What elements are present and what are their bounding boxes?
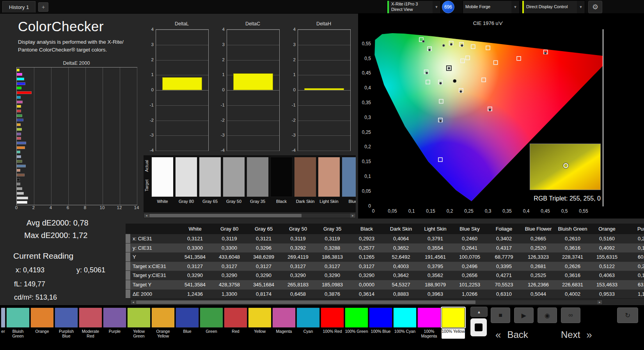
axis-tick-label: 2 <box>146 57 154 62</box>
loop-button[interactable]: ∞ <box>561 307 580 323</box>
axis-tick-label: 1 <box>217 72 225 77</box>
gear-icon: ⚙ <box>592 3 598 11</box>
patch-button[interactable]: Purple <box>103 307 126 339</box>
stop-button[interactable]: ■ <box>491 307 510 323</box>
axis-tick-label: 0,35 <box>358 100 371 105</box>
column-header: Bluish Green <box>555 224 590 234</box>
table-row[interactable]: x: CIE310,31210,31190,31210,31190,31190,… <box>126 234 644 243</box>
axis-tick-label: 0,25 <box>358 130 371 135</box>
rgb-triplet-readout: RGB Triplet: 255, 255, 0 <box>495 195 601 202</box>
table-cell: 126,2366 <box>521 280 555 290</box>
patch-swatch <box>79 307 102 328</box>
table-row[interactable]: Target y:CIE310,32900,32900,32900,32900,… <box>126 271 644 280</box>
table-cell: 0,6310 <box>487 290 521 299</box>
collapse-button[interactable]: ▲ <box>470 307 488 317</box>
patch-button[interactable]: Moderate Red <box>79 307 102 339</box>
scroll-right-icon[interactable]: ► <box>597 300 602 304</box>
deltae-bar <box>17 73 22 76</box>
table-cell: 0,3290 <box>178 271 212 280</box>
table-cell: 100,0705 <box>452 252 487 262</box>
table-cell: 1,1 <box>624 290 644 299</box>
deltac-chart: DeltaC 43210-1-2-3-4 <box>215 20 280 157</box>
patch-button[interactable]: 100% Magenta <box>417 307 441 339</box>
table-row[interactable]: ΔE 20001,24361,33000,81740,64580,38760,3… <box>126 290 644 299</box>
blackout-patch-button[interactable] <box>470 318 487 336</box>
swatch-label: Dark Skin <box>294 199 316 204</box>
table-row[interactable]: Y541,3584433,6048348,6289269,4119186,381… <box>126 252 644 262</box>
deltae-bar <box>17 160 22 163</box>
patch-button[interactable]: Magenta <box>272 307 296 339</box>
row-header: x: CIE31 <box>130 234 178 243</box>
scrollbar-thumb[interactable] <box>149 214 302 217</box>
deltae-bar-row <box>17 132 137 135</box>
axis-tick-label: 0,15 <box>423 208 438 214</box>
patch-button[interactable]: 100% Red <box>321 307 344 339</box>
chart-title: DeltaL <box>156 21 208 27</box>
scroll-left-icon[interactable]: ◄ <box>144 213 149 218</box>
gridline <box>156 75 208 75</box>
patch-button[interactable]: Orange <box>30 307 54 339</box>
record-button[interactable]: ◉ <box>538 307 557 323</box>
patch-button[interactable]: er <box>1 307 5 339</box>
table-cell: 0,2460 <box>452 234 487 243</box>
patch-button[interactable]: Yellow Green <box>127 307 151 339</box>
table-cell: 228,3741 <box>555 252 590 262</box>
refresh-button[interactable]: ↻ <box>617 307 638 323</box>
gridline <box>156 90 208 91</box>
axis-tick-label: 3 <box>217 42 225 47</box>
table-cell: 0,3119 <box>315 234 349 243</box>
history-tab[interactable]: History 1 <box>2 1 35 12</box>
scroll-left-icon[interactable]: ◄ <box>131 300 136 304</box>
source-dropdown[interactable]: Mobile Forge ▼ <box>463 0 520 14</box>
swatch-label: Blue <box>342 199 356 204</box>
scrollbar-thumb[interactable] <box>136 300 475 304</box>
axis-tick-label: 0,2 <box>358 144 371 149</box>
patch-button[interactable]: Orange Yellow <box>151 307 175 339</box>
table-cell: 0,3795 <box>418 262 452 271</box>
back-button[interactable]: « Back <box>495 325 560 345</box>
patch-button[interactable]: 100% Green <box>345 307 368 339</box>
add-tab-button[interactable]: + <box>38 2 48 12</box>
patch-button[interactable]: 100% Cyan <box>393 307 417 339</box>
patch-swatch <box>103 307 126 328</box>
swatch <box>270 157 293 197</box>
patch-button[interactable]: 100% Yellow <box>442 307 465 339</box>
play-button[interactable]: ▶ <box>514 307 534 323</box>
table-cell: 0,3300 <box>212 243 247 253</box>
table-cell: 0,1265 <box>349 252 384 262</box>
display-control-dropdown[interactable]: Direct Display Control ▼ <box>522 0 585 14</box>
history-tab-label: History 1 <box>9 4 29 10</box>
axis-tick-label: 0,1 <box>404 208 419 214</box>
deltae-bar <box>17 192 24 195</box>
axis-tick-label: 0,5 <box>557 208 572 214</box>
avg-de2000: Avg dE2000: 0,78 <box>27 219 89 227</box>
current-x: x: 0,4193 <box>16 266 44 274</box>
patch-button[interactable]: Blue <box>176 307 199 339</box>
axis-tick-label: 8 <box>81 205 89 210</box>
patch-button[interactable]: Purplish Blue <box>55 307 78 339</box>
table-row[interactable]: Target Y541,3584428,3758345,1684265,8183… <box>126 280 644 290</box>
settings-button[interactable]: ⚙ <box>588 1 602 13</box>
swatch-cell: Dark Skin <box>294 157 316 204</box>
patch-button[interactable]: Cyan <box>296 307 320 339</box>
patch-label: Yellow <box>248 329 271 339</box>
scroll-right-icon[interactable]: ► <box>350 213 355 218</box>
patch-button[interactable]: Red <box>224 307 247 339</box>
swatch-cell: White <box>151 157 174 204</box>
next-button[interactable]: Next » <box>561 325 641 345</box>
deltae-bar <box>17 82 25 85</box>
patch-button[interactable]: Bluish Green <box>6 307 30 339</box>
meter-dropdown[interactable]: X-Rite i1Pro 3 Direct View ▼ <box>387 0 441 14</box>
table-row[interactable]: y: CIE310,33000,33000,32960,32920,32880,… <box>126 243 644 253</box>
patch-button[interactable]: Green <box>200 307 223 339</box>
patch-button[interactable]: 100% Blue <box>369 307 392 339</box>
patch-button[interactable]: Yellow <box>248 307 271 339</box>
patch-swatch <box>1 307 5 328</box>
axis-tick-label: 0,4 <box>518 208 534 214</box>
patch-swatch <box>176 307 199 328</box>
table-row[interactable]: Target x:CIE310,31270,31270,31270,31270,… <box>126 262 644 271</box>
chevron-up-icon: ▲ <box>477 310 481 314</box>
table-cell: 0,2626 <box>555 262 590 271</box>
column-header: Black <box>349 224 384 234</box>
table-scrollbar: ◄ ► <box>130 300 603 305</box>
